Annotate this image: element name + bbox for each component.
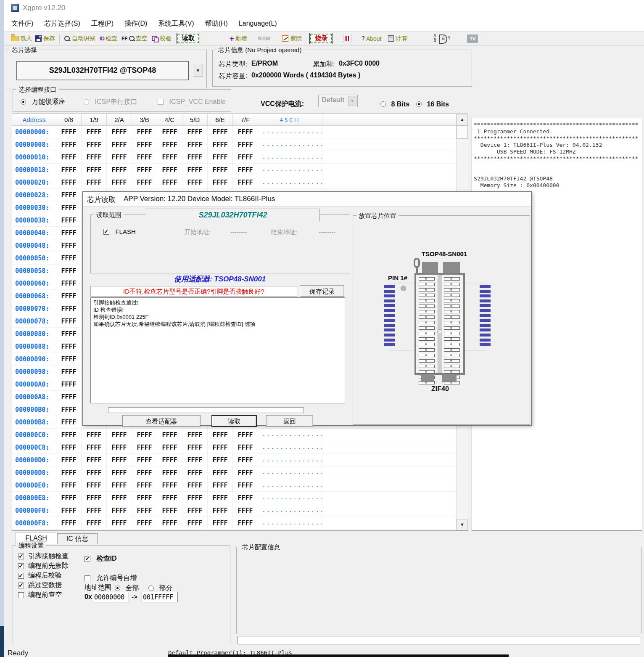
add-button[interactable]: + 新增 (230, 34, 247, 43)
hex-value-cell[interactable]: FFFF (56, 189, 82, 201)
hex-value-cell[interactable]: FFFF (107, 517, 132, 529)
scroll-thumb[interactable] (457, 125, 468, 139)
hex-value-cell[interactable]: FFFF (132, 176, 157, 188)
hex-value-cell[interactable]: FFFF (157, 517, 182, 529)
hex-value-cell[interactable]: FFFF (132, 479, 157, 491)
hex-value-cell[interactable]: FFFF (182, 429, 208, 441)
hex-value-cell[interactable]: FFFF (56, 366, 82, 378)
save-log-button[interactable]: 保存记录 (300, 285, 344, 297)
setting-checkbox-编程后校验[interactable]: 编程后校验 (18, 571, 69, 580)
hex-value-cell[interactable]: FFFF (233, 164, 258, 176)
range-part-radio[interactable]: 部分 (148, 584, 172, 593)
hex-value-cell[interactable]: FFFF (56, 164, 82, 176)
hex-value-cell[interactable]: FFFF (208, 176, 233, 188)
hex-value-cell[interactable]: FFFF (182, 504, 208, 517)
hex-value-cell[interactable]: FFFF (157, 441, 182, 453)
hex-value-cell[interactable]: FFFF (107, 126, 132, 138)
auto-detect-button[interactable]: 自动识别 (64, 35, 95, 42)
hex-value-cell[interactable]: FFFF (56, 353, 82, 365)
hex-column-header[interactable]: 0/8 (56, 114, 82, 126)
hex-value-cell[interactable]: FFFF (132, 126, 157, 138)
hex-value-cell[interactable]: FFFF (182, 454, 208, 466)
hex-value-cell[interactable]: FFFF (82, 164, 107, 176)
hex-value-cell[interactable]: FFFF (157, 454, 182, 466)
hex-value-cell[interactable]: FFFF (82, 517, 107, 529)
hex-value-cell[interactable]: FFFF (157, 466, 182, 479)
hex-value-cell[interactable]: FFFF (82, 454, 107, 466)
hex-value-cell[interactable]: FFFF (56, 151, 82, 163)
hex-value-cell[interactable]: FFFF (56, 517, 82, 529)
check-id-checkbox[interactable]: 检查ID (84, 554, 116, 563)
hex-value-cell[interactable]: FFFF (56, 302, 82, 315)
hex-column-header[interactable]: 2/A (107, 114, 132, 126)
hex-value-cell[interactable]: FFFF (56, 201, 82, 214)
setting-checkbox-编程前查空[interactable]: 编程前查空 (18, 590, 69, 600)
hex-column-header[interactable]: 4/C (157, 114, 182, 126)
scroll-down-button[interactable]: ▼ (457, 519, 468, 530)
hex-column-header[interactable]: 6/E (208, 114, 233, 126)
hex-value-cell[interactable]: FFFF (82, 176, 107, 188)
hex-value-cell[interactable]: FFFF (132, 429, 157, 441)
chip-select-combo[interactable]: S29JL032H70TFI42 @TSOP48 (16, 61, 189, 80)
verify-button[interactable]: 校验 (152, 35, 172, 42)
hex-value-cell[interactable]: FFFF (208, 466, 233, 479)
hex-value-cell[interactable]: FFFF (82, 492, 107, 504)
hex-value-cell[interactable]: FFFF (107, 176, 132, 188)
hex-value-cell[interactable]: FFFF (56, 479, 82, 491)
hex-value-cell[interactable]: FFFF (82, 466, 107, 479)
hex-value-cell[interactable]: FFFF (107, 504, 132, 517)
tab-ic-info[interactable]: IC 信息 (57, 533, 98, 544)
save-button[interactable]: 保存 (35, 35, 55, 42)
read-button[interactable]: 读取 (211, 415, 257, 427)
hex-value-cell[interactable]: FFFF (208, 429, 233, 441)
hex-value-cell[interactable]: FFFF (56, 277, 82, 289)
hex-value-cell[interactable]: FFFF (157, 164, 182, 176)
hex-value-cell[interactable]: FFFF (132, 454, 157, 466)
hex-value-cell[interactable]: FFFF (107, 429, 132, 441)
range-all-radio[interactable]: 全部 (115, 584, 139, 593)
hex-value-cell[interactable]: FFFF (182, 176, 208, 188)
view-adapter-button[interactable]: 查看适配器 (122, 415, 201, 427)
hex-value-cell[interactable]: FFFF (132, 164, 157, 176)
hex-value-cell[interactable]: FFFF (56, 265, 82, 277)
hex-value-cell[interactable]: FFFF (82, 126, 107, 138)
hex-value-cell[interactable]: FFFF (208, 138, 233, 151)
hex-value-cell[interactable]: FFFF (182, 138, 208, 151)
hex-value-cell[interactable]: FFFF (182, 441, 208, 453)
hex-value-cell[interactable]: FFFF (182, 164, 208, 176)
ic-test-button[interactable] (343, 35, 353, 42)
hex-value-cell[interactable]: FFFF (107, 466, 132, 479)
hex-value-cell[interactable]: FFFF (233, 151, 258, 163)
hex-column-header[interactable]: ASCII (258, 114, 322, 126)
hex-value-cell[interactable]: FFFF (233, 454, 258, 466)
menu-item-operation[interactable]: 操作(D) (119, 19, 153, 28)
hex-value-cell[interactable]: FFFF (208, 164, 233, 176)
hex-value-cell[interactable]: FFFF (56, 378, 82, 390)
hex-value-cell[interactable]: FFFF (107, 151, 132, 163)
hex-value-cell[interactable]: FFFF (208, 454, 233, 466)
hex-value-cell[interactable]: FFFF (233, 138, 258, 151)
load-button[interactable]: 载入 (11, 35, 32, 42)
hex-value-cell[interactable]: FFFF (157, 176, 182, 188)
hex-value-cell[interactable]: FFFF (107, 441, 132, 453)
hex-value-cell[interactable]: FFFF (56, 340, 82, 352)
hex-value-cell[interactable]: FFFF (56, 391, 82, 403)
hex-value-cell[interactable]: FFFF (82, 479, 107, 491)
hex-value-cell[interactable]: FFFF (233, 492, 258, 504)
hex-value-cell[interactable]: FFFF (157, 138, 182, 151)
setting-checkbox-跳过空数据[interactable]: 跳过空数据 (18, 580, 69, 590)
blank-check-button[interactable]: FF 查空 (121, 35, 148, 42)
hex-value-cell[interactable]: FFFF (233, 176, 258, 188)
chip-select-dropdown-button[interactable]: ▼ (193, 64, 203, 77)
about-button[interactable]: ? About (362, 35, 381, 42)
calculator-button[interactable]: 计算 (388, 35, 407, 42)
hex-value-cell[interactable]: FFFF (56, 492, 82, 504)
flash-checkbox[interactable]: FLASH (103, 228, 136, 235)
setting-checkbox-引脚接触检查[interactable]: 引脚接触检查 (18, 551, 69, 561)
hex-value-cell[interactable]: FFFF (107, 138, 132, 151)
hex-value-cell[interactable]: FFFF (157, 492, 182, 504)
id-check-button[interactable]: ID 检查 (100, 35, 117, 42)
universal-socket-radio[interactable]: 万能锁紧座 (21, 98, 65, 106)
hex-value-cell[interactable]: FFFF (233, 517, 258, 529)
hex-value-cell[interactable]: FFFF (82, 138, 107, 151)
